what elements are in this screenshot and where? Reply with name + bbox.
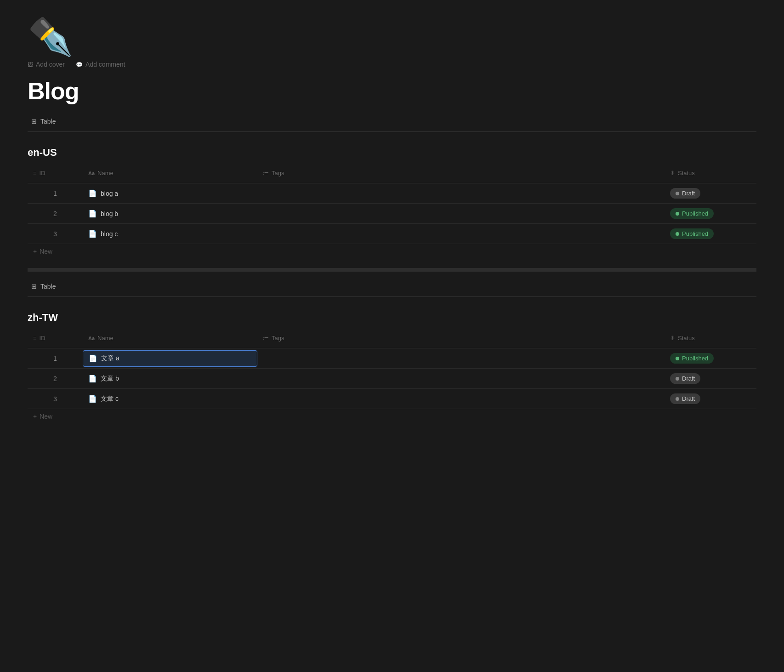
table-row[interactable]: 1 📄 文章 a Published [28,348,756,369]
doc-icon: 📄 [88,210,97,218]
new-row-en[interactable]: + New [28,244,756,259]
cell-tags-zh-2 [257,375,665,382]
cell-tags-en-2 [257,210,665,217]
cell-status-en-1[interactable]: Draft [665,184,756,202]
divider-1 [28,131,756,132]
table-header-en-us: ≡ ID Aa Name ≔ Tags ✳ Status [28,166,756,183]
cell-status-zh-3[interactable]: Draft [665,390,756,408]
cell-id-en-1: 1 [28,186,83,201]
cell-name-en-1[interactable]: 📄 blog a [83,186,257,201]
cell-status-en-3[interactable]: Published [665,225,756,243]
add-cover-label: Add cover [36,61,65,68]
col-header-name-1: Aa Name [83,166,257,180]
doc-icon: 📄 [88,189,97,198]
status-dot-published-1 [676,212,679,216]
doc-icon: 📄 [89,354,97,363]
doc-icon: 📄 [88,230,97,238]
section-divider [28,268,756,272]
list-icon-2: ≔ [263,335,269,342]
status-dot-published-3 [676,357,679,360]
table-icon-1: ⊞ [31,118,37,125]
plus-icon-1: + [33,248,37,255]
list-icon-1: ≔ [263,170,269,177]
table-row[interactable]: 1 📄 blog a Draft [28,183,756,204]
cell-status-zh-2[interactable]: Draft [665,370,756,387]
add-comment-button[interactable]: Add comment [76,61,125,68]
cell-tags-zh-1 [257,355,665,362]
table-row[interactable]: 3 📄 blog c Published [28,224,756,244]
cell-id-en-2: 2 [28,206,83,221]
table-en-us: ≡ ID Aa Name ≔ Tags ✳ Status 1 📄 blog a [28,166,756,259]
status-badge-published-2: Published [670,228,714,239]
status-dot-draft-1 [676,192,679,195]
lines-icon-1: ≡ [33,170,37,177]
table-zh-tw: ≡ ID Aa Name ≔ Tags ✳ Status 1 📄 文章 a [28,331,756,424]
status-dot-published-2 [676,232,679,236]
group-header-zh-tw: zh-TW [28,308,756,324]
status-badge-draft-1: Draft [670,188,700,199]
view-label-2: Table [40,283,56,290]
view-label-1: Table [40,118,56,125]
spin-icon-2: ✳ [670,335,675,342]
view-toggle-2[interactable]: ⊞ Table [28,281,756,292]
image-icon [28,61,33,68]
cell-name-zh-2[interactable]: 📄 文章 b [83,371,257,387]
comment-icon [76,61,83,68]
divider-2 [28,296,756,297]
cell-name-en-2[interactable]: 📄 blog b [83,206,257,222]
doc-icon: 📄 [88,395,97,403]
cell-tags-zh-3 [257,395,665,403]
aa-icon-1: Aa [88,171,95,176]
spin-icon-1: ✳ [670,170,675,177]
cell-name-zh-1[interactable]: 📄 文章 a [83,350,257,367]
cell-status-zh-1[interactable]: Published [665,349,756,367]
col-header-status-2: ✳ Status [665,331,756,345]
lines-icon-2: ≡ [33,335,37,342]
add-comment-label: Add comment [85,61,125,68]
status-badge-published-1: Published [670,208,714,219]
group-en-us: en-US ≡ ID Aa Name ≔ Tags ✳ Status 1 [28,143,756,259]
table-header-zh-tw: ≡ ID Aa Name ≔ Tags ✳ Status [28,331,756,348]
status-badge-draft-2: Draft [670,373,700,384]
page-actions: Add cover Add comment [28,61,756,68]
table-row[interactable]: 2 📄 文章 b Draft [28,369,756,389]
aa-icon-2: Aa [88,336,95,341]
status-dot-draft-2 [676,377,679,381]
col-header-tags-2: ≔ Tags [257,331,665,345]
plus-icon-2: + [33,413,37,420]
page-icon: ✒️ [28,18,756,55]
col-header-id-1: ≡ ID [28,166,83,180]
group-zh-tw: zh-TW ≡ ID Aa Name ≔ Tags ✳ Status 1 [28,308,756,424]
status-badge-published-3: Published [670,353,714,364]
cell-tags-en-3 [257,230,665,238]
table-icon-2: ⊞ [31,283,37,290]
new-row-zh[interactable]: + New [28,409,756,424]
col-header-name-2: Aa Name [83,331,257,345]
col-header-tags-1: ≔ Tags [257,166,665,180]
cell-id-zh-3: 3 [28,392,83,406]
add-cover-button[interactable]: Add cover [28,61,65,68]
view-toggle-1[interactable]: ⊞ Table [28,116,756,127]
col-header-status-1: ✳ Status [665,166,756,180]
col-header-id-2: ≡ ID [28,331,83,345]
cell-id-zh-2: 2 [28,371,83,386]
doc-icon: 📄 [88,375,97,383]
cell-status-en-2[interactable]: Published [665,205,756,222]
cell-name-en-3[interactable]: 📄 blog c [83,226,257,242]
table-row[interactable]: 3 📄 文章 c Draft [28,389,756,409]
group-header-en-us: en-US [28,143,756,159]
status-dot-draft-3 [676,397,679,401]
cell-id-zh-1: 1 [28,351,83,366]
cell-tags-en-1 [257,190,665,197]
page-title: Blog [28,77,756,105]
cell-id-en-3: 3 [28,227,83,241]
table-row[interactable]: 2 📄 blog b Published [28,204,756,224]
cell-name-zh-3[interactable]: 📄 文章 c [83,391,257,407]
status-badge-draft-3: Draft [670,393,700,404]
